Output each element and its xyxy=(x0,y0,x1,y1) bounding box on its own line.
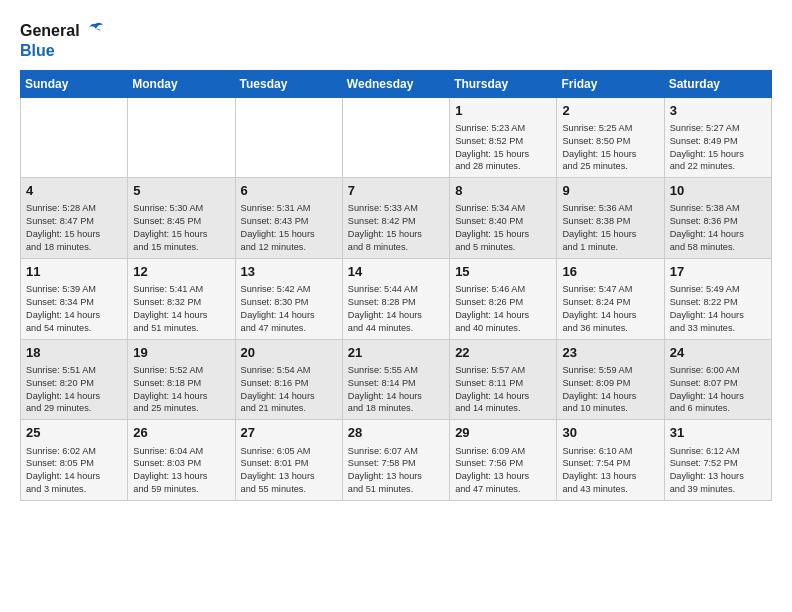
logo-bird-icon xyxy=(84,20,106,42)
page-header: General Blue xyxy=(20,20,772,60)
cell-content: Sunrise: 5:55 AM Sunset: 8:14 PM Dayligh… xyxy=(348,364,444,416)
cell-content: Sunrise: 6:10 AM Sunset: 7:54 PM Dayligh… xyxy=(562,445,658,497)
calendar-cell: 29Sunrise: 6:09 AM Sunset: 7:56 PM Dayli… xyxy=(450,420,557,501)
cell-content: Sunrise: 5:28 AM Sunset: 8:47 PM Dayligh… xyxy=(26,202,122,254)
day-number: 1 xyxy=(455,102,551,120)
day-number: 27 xyxy=(241,424,337,442)
cell-content: Sunrise: 5:57 AM Sunset: 8:11 PM Dayligh… xyxy=(455,364,551,416)
day-number: 17 xyxy=(670,263,766,281)
week-row-5: 25Sunrise: 6:02 AM Sunset: 8:05 PM Dayli… xyxy=(21,420,772,501)
calendar-cell: 14Sunrise: 5:44 AM Sunset: 8:28 PM Dayli… xyxy=(342,258,449,339)
calendar-cell: 18Sunrise: 5:51 AM Sunset: 8:20 PM Dayli… xyxy=(21,339,128,420)
calendar-cell: 28Sunrise: 6:07 AM Sunset: 7:58 PM Dayli… xyxy=(342,420,449,501)
cell-content: Sunrise: 5:34 AM Sunset: 8:40 PM Dayligh… xyxy=(455,202,551,254)
calendar-cell: 5Sunrise: 5:30 AM Sunset: 8:45 PM Daylig… xyxy=(128,178,235,259)
calendar-cell: 11Sunrise: 5:39 AM Sunset: 8:34 PM Dayli… xyxy=(21,258,128,339)
cell-content: Sunrise: 5:42 AM Sunset: 8:30 PM Dayligh… xyxy=(241,283,337,335)
calendar-cell: 9Sunrise: 5:36 AM Sunset: 8:38 PM Daylig… xyxy=(557,178,664,259)
week-row-3: 11Sunrise: 5:39 AM Sunset: 8:34 PM Dayli… xyxy=(21,258,772,339)
cell-content: Sunrise: 5:54 AM Sunset: 8:16 PM Dayligh… xyxy=(241,364,337,416)
calendar-cell: 17Sunrise: 5:49 AM Sunset: 8:22 PM Dayli… xyxy=(664,258,771,339)
calendar-cell: 24Sunrise: 6:00 AM Sunset: 8:07 PM Dayli… xyxy=(664,339,771,420)
cell-content: Sunrise: 5:36 AM Sunset: 8:38 PM Dayligh… xyxy=(562,202,658,254)
calendar-cell: 31Sunrise: 6:12 AM Sunset: 7:52 PM Dayli… xyxy=(664,420,771,501)
day-number: 28 xyxy=(348,424,444,442)
day-number: 10 xyxy=(670,182,766,200)
logo-general: General xyxy=(20,22,80,40)
week-row-4: 18Sunrise: 5:51 AM Sunset: 8:20 PM Dayli… xyxy=(21,339,772,420)
calendar-cell: 8Sunrise: 5:34 AM Sunset: 8:40 PM Daylig… xyxy=(450,178,557,259)
day-number: 13 xyxy=(241,263,337,281)
calendar-cell: 26Sunrise: 6:04 AM Sunset: 8:03 PM Dayli… xyxy=(128,420,235,501)
cell-content: Sunrise: 6:12 AM Sunset: 7:52 PM Dayligh… xyxy=(670,445,766,497)
cell-content: Sunrise: 5:52 AM Sunset: 8:18 PM Dayligh… xyxy=(133,364,229,416)
cell-content: Sunrise: 5:33 AM Sunset: 8:42 PM Dayligh… xyxy=(348,202,444,254)
cell-content: Sunrise: 5:25 AM Sunset: 8:50 PM Dayligh… xyxy=(562,122,658,174)
cell-content: Sunrise: 6:09 AM Sunset: 7:56 PM Dayligh… xyxy=(455,445,551,497)
calendar-cell: 27Sunrise: 6:05 AM Sunset: 8:01 PM Dayli… xyxy=(235,420,342,501)
week-row-1: 1Sunrise: 5:23 AM Sunset: 8:52 PM Daylig… xyxy=(21,97,772,178)
cell-content: Sunrise: 5:49 AM Sunset: 8:22 PM Dayligh… xyxy=(670,283,766,335)
day-number: 21 xyxy=(348,344,444,362)
calendar-cell: 16Sunrise: 5:47 AM Sunset: 8:24 PM Dayli… xyxy=(557,258,664,339)
calendar-cell: 3Sunrise: 5:27 AM Sunset: 8:49 PM Daylig… xyxy=(664,97,771,178)
calendar-cell: 23Sunrise: 5:59 AM Sunset: 8:09 PM Dayli… xyxy=(557,339,664,420)
cell-content: Sunrise: 5:38 AM Sunset: 8:36 PM Dayligh… xyxy=(670,202,766,254)
calendar-cell: 20Sunrise: 5:54 AM Sunset: 8:16 PM Dayli… xyxy=(235,339,342,420)
day-number: 11 xyxy=(26,263,122,281)
day-number: 7 xyxy=(348,182,444,200)
calendar-body: 1Sunrise: 5:23 AM Sunset: 8:52 PM Daylig… xyxy=(21,97,772,500)
cell-content: Sunrise: 5:47 AM Sunset: 8:24 PM Dayligh… xyxy=(562,283,658,335)
day-number: 31 xyxy=(670,424,766,442)
day-number: 8 xyxy=(455,182,551,200)
calendar-cell: 2Sunrise: 5:25 AM Sunset: 8:50 PM Daylig… xyxy=(557,97,664,178)
cell-content: Sunrise: 6:04 AM Sunset: 8:03 PM Dayligh… xyxy=(133,445,229,497)
day-number: 24 xyxy=(670,344,766,362)
cell-content: Sunrise: 6:00 AM Sunset: 8:07 PM Dayligh… xyxy=(670,364,766,416)
day-number: 12 xyxy=(133,263,229,281)
calendar-cell: 12Sunrise: 5:41 AM Sunset: 8:32 PM Dayli… xyxy=(128,258,235,339)
header-row: SundayMondayTuesdayWednesdayThursdayFrid… xyxy=(21,70,772,97)
column-header-wednesday: Wednesday xyxy=(342,70,449,97)
column-header-thursday: Thursday xyxy=(450,70,557,97)
column-header-saturday: Saturday xyxy=(664,70,771,97)
cell-content: Sunrise: 5:51 AM Sunset: 8:20 PM Dayligh… xyxy=(26,364,122,416)
week-row-2: 4Sunrise: 5:28 AM Sunset: 8:47 PM Daylig… xyxy=(21,178,772,259)
cell-content: Sunrise: 5:59 AM Sunset: 8:09 PM Dayligh… xyxy=(562,364,658,416)
day-number: 23 xyxy=(562,344,658,362)
day-number: 2 xyxy=(562,102,658,120)
calendar-cell: 25Sunrise: 6:02 AM Sunset: 8:05 PM Dayli… xyxy=(21,420,128,501)
day-number: 30 xyxy=(562,424,658,442)
day-number: 3 xyxy=(670,102,766,120)
cell-content: Sunrise: 6:07 AM Sunset: 7:58 PM Dayligh… xyxy=(348,445,444,497)
cell-content: Sunrise: 5:23 AM Sunset: 8:52 PM Dayligh… xyxy=(455,122,551,174)
logo-container: General Blue xyxy=(20,20,106,60)
calendar-cell: 13Sunrise: 5:42 AM Sunset: 8:30 PM Dayli… xyxy=(235,258,342,339)
calendar-cell: 10Sunrise: 5:38 AM Sunset: 8:36 PM Dayli… xyxy=(664,178,771,259)
day-number: 4 xyxy=(26,182,122,200)
logo: General Blue xyxy=(20,20,106,60)
day-number: 20 xyxy=(241,344,337,362)
day-number: 29 xyxy=(455,424,551,442)
cell-content: Sunrise: 5:27 AM Sunset: 8:49 PM Dayligh… xyxy=(670,122,766,174)
calendar-cell xyxy=(21,97,128,178)
day-number: 6 xyxy=(241,182,337,200)
calendar-cell: 19Sunrise: 5:52 AM Sunset: 8:18 PM Dayli… xyxy=(128,339,235,420)
day-number: 25 xyxy=(26,424,122,442)
cell-content: Sunrise: 5:46 AM Sunset: 8:26 PM Dayligh… xyxy=(455,283,551,335)
cell-content: Sunrise: 5:39 AM Sunset: 8:34 PM Dayligh… xyxy=(26,283,122,335)
cell-content: Sunrise: 5:44 AM Sunset: 8:28 PM Dayligh… xyxy=(348,283,444,335)
day-number: 26 xyxy=(133,424,229,442)
day-number: 19 xyxy=(133,344,229,362)
calendar-cell: 4Sunrise: 5:28 AM Sunset: 8:47 PM Daylig… xyxy=(21,178,128,259)
cell-content: Sunrise: 5:41 AM Sunset: 8:32 PM Dayligh… xyxy=(133,283,229,335)
calendar-cell xyxy=(128,97,235,178)
calendar-cell: 1Sunrise: 5:23 AM Sunset: 8:52 PM Daylig… xyxy=(450,97,557,178)
calendar-header: SundayMondayTuesdayWednesdayThursdayFrid… xyxy=(21,70,772,97)
calendar-cell: 6Sunrise: 5:31 AM Sunset: 8:43 PM Daylig… xyxy=(235,178,342,259)
cell-content: Sunrise: 5:31 AM Sunset: 8:43 PM Dayligh… xyxy=(241,202,337,254)
column-header-monday: Monday xyxy=(128,70,235,97)
cell-content: Sunrise: 5:30 AM Sunset: 8:45 PM Dayligh… xyxy=(133,202,229,254)
calendar-cell: 22Sunrise: 5:57 AM Sunset: 8:11 PM Dayli… xyxy=(450,339,557,420)
column-header-sunday: Sunday xyxy=(21,70,128,97)
